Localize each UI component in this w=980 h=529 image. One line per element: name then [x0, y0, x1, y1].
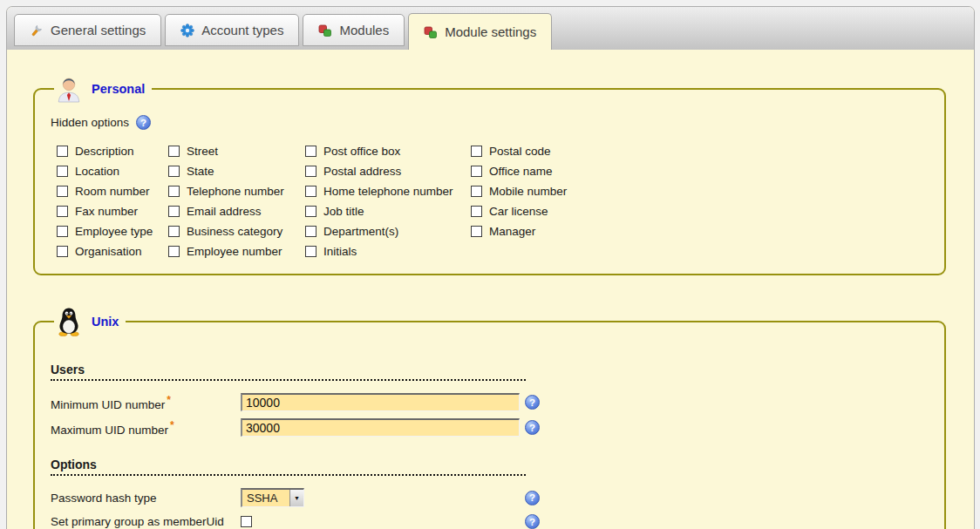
hidden-options-column-2: Street State Telephone number Email addr… — [168, 141, 305, 261]
member-uid-label: Set primary group as memberUid — [51, 515, 241, 528]
hidden-option-label: Mobile number — [489, 185, 567, 198]
hidden-option: Mobile number — [471, 181, 567, 201]
member-uid-row: Set primary group as memberUid ? — [51, 514, 929, 529]
hidden-option: Car license — [471, 201, 567, 221]
hidden-option-checkbox[interactable] — [168, 206, 180, 217]
hidden-option: Office name — [471, 161, 567, 181]
hidden-option-label: Street — [187, 145, 218, 158]
hidden-options-column-1: Description Location Room number Fax num… — [57, 141, 168, 261]
tab-label: Modules — [339, 23, 389, 37]
lam-config-window: General settings Account types — [6, 6, 975, 529]
personal-fieldset: Personal Hidden options ? Description Lo… — [33, 75, 946, 275]
min-uid-label: Minimum UID number* — [51, 394, 241, 411]
hidden-options-column-4: Postal code Office name Mobile number Ca… — [471, 141, 567, 261]
hidden-option-label: Department(s) — [323, 225, 398, 238]
hidden-option-checkbox[interactable] — [471, 146, 482, 157]
help-icon[interactable]: ? — [136, 115, 151, 130]
hidden-option-checkbox[interactable] — [305, 186, 316, 197]
hidden-option-checkbox[interactable] — [305, 226, 316, 237]
hidden-option-checkbox[interactable] — [57, 206, 68, 217]
hidden-option: Location — [57, 161, 168, 181]
person-icon — [56, 75, 82, 103]
hidden-option-checkbox[interactable] — [305, 146, 316, 157]
hidden-option-label: Home telephone number — [323, 185, 453, 198]
hidden-option: Description — [57, 141, 168, 161]
unix-legend: Unix — [54, 307, 126, 336]
wrench-icon — [30, 24, 44, 37]
hidden-option-label: Car license — [489, 205, 548, 218]
password-hash-label: Password hash type — [51, 492, 241, 505]
tab-module-settings[interactable]: Module settings — [408, 13, 552, 50]
hidden-option-checkbox[interactable] — [168, 166, 180, 177]
help-icon[interactable]: ? — [525, 420, 540, 435]
hidden-option-checkbox[interactable] — [305, 206, 316, 217]
hidden-option-label: Postal code — [489, 145, 551, 158]
hidden-option-checkbox[interactable] — [168, 146, 180, 157]
hidden-option-checkbox[interactable] — [471, 166, 482, 177]
tab-modules[interactable]: Modules — [303, 14, 405, 46]
tab-account-types[interactable]: Account types — [165, 14, 299, 46]
hidden-option: Employee type — [57, 221, 168, 241]
tux-penguin-icon — [56, 307, 82, 336]
hidden-option-label: Job title — [323, 205, 364, 218]
hidden-option-label: Description — [75, 145, 134, 158]
tab-general-settings[interactable]: General settings — [14, 14, 161, 46]
hidden-option: Post office box — [305, 141, 471, 161]
hidden-option: State — [168, 161, 305, 181]
hidden-option-label: Post office box — [323, 145, 400, 158]
hidden-option-checkbox[interactable] — [471, 226, 482, 237]
hidden-option-label: Fax number — [75, 205, 138, 218]
modules-icon — [424, 25, 438, 39]
hidden-options-grid: Description Location Room number Fax num… — [57, 141, 929, 261]
tab-bar: General settings Account types — [7, 7, 974, 50]
member-uid-checkbox[interactable] — [241, 516, 252, 527]
hidden-option: Employee number — [168, 241, 305, 261]
hidden-option-checkbox[interactable] — [168, 246, 180, 257]
hidden-option: Job title — [305, 201, 471, 221]
hidden-option: Organisation — [57, 241, 168, 261]
hidden-option-checkbox[interactable] — [168, 186, 180, 197]
hidden-option-checkbox[interactable] — [57, 226, 68, 237]
hidden-option-checkbox[interactable] — [305, 246, 316, 257]
min-uid-input[interactable] — [241, 393, 520, 411]
hidden-option-label: Initials — [323, 245, 357, 258]
tab-label: Account types — [201, 23, 283, 37]
hidden-option-checkbox[interactable] — [57, 166, 68, 177]
users-section-heading: Users — [51, 363, 526, 381]
module-settings-panel: Personal Hidden options ? Description Lo… — [7, 50, 974, 529]
personal-legend: Personal — [54, 75, 152, 103]
max-uid-row: Maximum UID number* ? — [51, 418, 929, 437]
gear-icon — [180, 24, 194, 37]
hidden-option: Postal address — [305, 161, 471, 181]
hidden-option-checkbox[interactable] — [57, 246, 68, 257]
required-marker: * — [170, 419, 174, 431]
dropdown-arrow-icon[interactable]: ▼ — [289, 490, 303, 506]
help-icon[interactable]: ? — [525, 491, 540, 505]
hidden-option: Home telephone number — [305, 181, 471, 201]
hidden-option: Telephone number — [168, 181, 305, 201]
hidden-option-label: Email address — [187, 205, 262, 218]
hidden-option: Email address — [168, 201, 305, 221]
hidden-option-label: Office name — [489, 165, 553, 178]
hidden-option-label: Manager — [489, 225, 535, 238]
hidden-option-checkbox[interactable] — [471, 186, 482, 197]
password-hash-selected-value: SSHA — [242, 490, 289, 506]
hidden-option: Room number — [57, 181, 168, 201]
hidden-option-label: Organisation — [75, 245, 142, 258]
max-uid-input[interactable] — [241, 418, 520, 437]
hidden-option: Department(s) — [305, 221, 471, 241]
hidden-option-checkbox[interactable] — [471, 206, 482, 217]
hidden-options-column-3: Post office box Postal address Home tele… — [305, 141, 471, 261]
hidden-option-label: Telephone number — [187, 185, 284, 198]
password-hash-select[interactable]: SSHA ▼ — [241, 488, 304, 507]
hidden-option-checkbox[interactable] — [57, 146, 68, 157]
hidden-option: Street — [168, 141, 305, 161]
hidden-option-checkbox[interactable] — [57, 186, 68, 197]
hidden-option-label: Postal address — [323, 165, 401, 178]
help-icon[interactable]: ? — [525, 395, 540, 410]
hidden-option-checkbox[interactable] — [305, 166, 316, 177]
hidden-option: Business category — [168, 221, 305, 241]
hidden-option-checkbox[interactable] — [168, 226, 180, 237]
tab-label: General settings — [51, 23, 146, 37]
help-icon[interactable]: ? — [525, 514, 540, 529]
